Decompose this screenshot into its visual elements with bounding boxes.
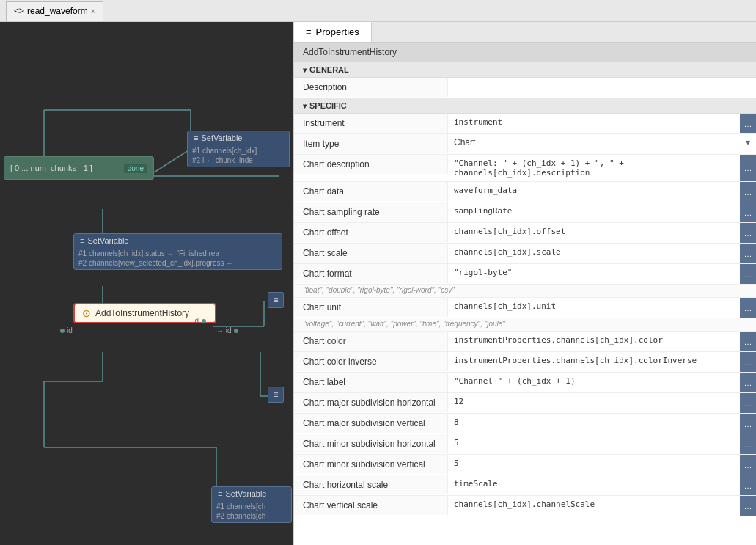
prop-chart-color-inverse-label: Chart color inverse [294, 352, 448, 371]
caret-general: ▾ [303, 66, 307, 74]
chart-unit-btn[interactable]: … [740, 298, 756, 318]
properties-icon: ≡ [306, 26, 312, 37]
prop-chart-sampling-rate-value: samplingRate [448, 202, 740, 219]
prop-chart-unit-label: Chart unit [294, 298, 448, 317]
chart-v-scale-text: channels[ch_idx].channelScale [454, 500, 734, 509]
prop-chart-scale-value: channels[ch_idx].scale [448, 244, 740, 260]
prop-chart-major-v-label: Chart major subdivision vertical [294, 414, 448, 433]
prop-chart-label-value: "Channel " + (ch_idx + 1) [448, 373, 740, 389]
prop-chart-h-scale-label: Chart horizontal scale [294, 475, 448, 494]
properties-tab-label: Properties [316, 26, 359, 37]
prop-chart-format-label: Chart format [294, 264, 448, 283]
node-port-6: #2 channels[ch [216, 511, 287, 521]
chart-offset-btn[interactable]: … [740, 223, 756, 243]
node-setvariable-1-label: SetVariable [201, 133, 242, 142]
node-setvariable-2[interactable]: ≡ SetVariable #1 channels[ch_idx].status… [73, 233, 282, 270]
equals-icon-3: ≡ [218, 489, 222, 498]
node-port-1: #1 channels[ch_idx] [192, 146, 285, 156]
port-id-out: → id [216, 326, 232, 334]
prop-chart-offset-label: Chart offset [294, 223, 448, 242]
prop-chart-format: Chart format "rigol-byte" … [294, 264, 756, 285]
equals-icon: ≡ [194, 133, 198, 142]
node-port-5: #1 channels[ch [216, 502, 287, 511]
chart-major-v-btn[interactable]: … [740, 414, 756, 434]
top-bar: <> read_waveform × [0, 0, 756, 22]
prop-chart-sampling-rate: Chart sampling rate samplingRate … [294, 202, 756, 223]
prop-chart-h-scale: Chart horizontal scale timeScale … [294, 475, 756, 496]
prop-item-type: Item type Chart ▾ [294, 134, 756, 155]
prop-chart-color: Chart color instrumentProperties.channel… [294, 332, 756, 352]
prop-chart-data-value: waveform_data [448, 182, 740, 199]
panel-content[interactable]: ▾ GENERAL Description ▾ SPECIFIC Instrum… [294, 62, 756, 545]
prop-chart-description: Chart description "Channel: " + (ch_idx … [294, 155, 756, 182]
tab-label: read_waveform [27, 6, 88, 16]
chart-h-scale-btn[interactable]: … [740, 475, 756, 495]
properties-tab[interactable]: ≡ Properties [294, 22, 372, 42]
chart-offset-text: channels[ch_idx].offset [454, 227, 734, 236]
item-type-value: Chart [454, 137, 746, 147]
item-type-arrow: ▾ [746, 137, 750, 147]
chart-major-h-btn[interactable]: … [740, 393, 756, 413]
chart-data-btn[interactable]: … [740, 182, 756, 202]
prop-chart-major-h-value: 12 [448, 393, 740, 410]
prop-chart-color-inverse-value: instrumentProperties.channels[ch_idx].co… [448, 352, 740, 369]
canvas-area: ≡ SetVariable #1 channels[ch_idx] #2 i ←… [0, 22, 293, 545]
instrument-btn[interactable]: … [740, 114, 756, 133]
prop-chart-minor-v-value: 5 [448, 455, 740, 472]
node-setvariable-3[interactable]: ≡ SetVariable #1 channels[ch #2 channels… [211, 486, 292, 523]
node-port-2: #2 i ← chunk_inde [192, 156, 285, 165]
chart-color-inverse-btn[interactable]: … [740, 352, 756, 372]
chart-minor-h-btn[interactable]: … [740, 434, 756, 454]
chart-format-text: "rigol-byte" [454, 268, 734, 277]
node-port-4: #2 channels[view_selected_ch_idx].progre… [78, 258, 277, 268]
node-setvariable-1[interactable]: ≡ SetVariable #1 channels[ch_idx] #2 i ←… [187, 131, 290, 167]
port-id-in: id [67, 326, 73, 334]
prop-chart-data-label: Chart data [294, 182, 448, 201]
sampling-rate-btn[interactable]: … [740, 202, 756, 222]
chart-format-hint: "float", "double", "rigol-byte", "rigol-… [294, 285, 756, 298]
prop-chart-label: Chart label "Channel " + (ch_idx + 1) … [294, 373, 756, 393]
chart-v-scale-btn[interactable]: … [740, 496, 756, 516]
caret-specific: ▾ [303, 102, 307, 110]
tab-close-icon[interactable]: × [91, 7, 95, 15]
section-specific-label: SPECIFIC [309, 101, 347, 110]
chart-description-btn[interactable]: … [740, 155, 756, 181]
chart-label-btn[interactable]: … [740, 373, 756, 392]
description-input[interactable] [454, 81, 750, 92]
prop-chart-color-inverse: Chart color inverse instrumentProperties… [294, 352, 756, 373]
node-add-label: AddToInstrumentHistory [95, 308, 189, 318]
prop-chart-unit-value: channels[ch_idx].unit [448, 298, 740, 315]
chart-data-text: waveform_data [454, 186, 734, 195]
section-specific[interactable]: ▾ SPECIFIC [294, 98, 756, 114]
prop-chart-major-v: Chart major subdivision vertical 8 … [294, 414, 756, 434]
prop-chart-format-value: "rigol-byte" [448, 264, 740, 281]
chart-unit-hint: "voltage", "current", "watt", "power", "… [294, 318, 756, 332]
chart-minor-h-text: 5 [454, 438, 734, 447]
prop-instrument-label: Instrument [294, 114, 448, 133]
prop-instrument-value: instrument [448, 114, 740, 131]
node-setvariable-2-label: SetVariable [87, 236, 128, 245]
node-add-to-instrument-history[interactable]: ⊙ AddToInstrumentHistory id [73, 303, 216, 323]
chart-h-scale-text: timeScale [454, 479, 734, 489]
chart-major-v-text: 8 [454, 417, 734, 427]
code-icon: <> [14, 6, 24, 16]
prop-chart-v-scale-value: channels[ch_idx].channelScale [448, 496, 740, 513]
tab-read-waveform[interactable]: <> read_waveform × [6, 1, 103, 21]
properties-panel: ≡ Properties AddToInstrumentHistory ▾ GE… [293, 22, 756, 545]
prop-chart-offset: Chart offset channels[ch_idx].offset … [294, 223, 756, 244]
section-general[interactable]: ▾ GENERAL [294, 62, 756, 78]
node-port-3: #1 channels[ch_idx].status ← "Finished r… [78, 249, 277, 258]
prop-chart-minor-v: Chart minor subdivision vertical 5 … [294, 455, 756, 475]
prop-chart-h-scale-value: timeScale [448, 475, 740, 492]
chart-color-btn[interactable]: … [740, 332, 756, 351]
prop-description-value[interactable] [448, 78, 756, 95]
node-loop[interactable]: [ 0 ... num_chunks - 1 ] done [4, 156, 154, 180]
prop-chart-scale-label: Chart scale [294, 244, 448, 263]
prop-description-label: Description [294, 78, 448, 97]
prop-item-type-select[interactable]: Chart ▾ [448, 134, 756, 150]
chart-scale-btn[interactable]: … [740, 244, 756, 263]
chart-color-inverse-text: instrumentProperties.channels[ch_idx].co… [454, 356, 734, 365]
chart-format-btn[interactable]: … [740, 264, 756, 284]
prop-chart-v-scale-label: Chart vertical scale [294, 496, 448, 515]
chart-minor-v-btn[interactable]: … [740, 455, 756, 475]
